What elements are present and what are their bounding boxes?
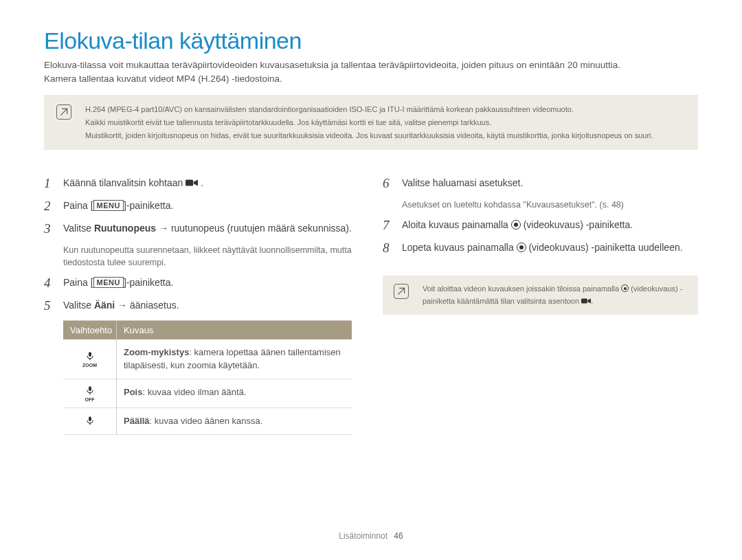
step-3-sub: Kun ruutunopeutta suurennetaan, liikkeet…	[63, 244, 359, 269]
record-button-icon	[517, 243, 526, 252]
svg-rect-3	[89, 386, 91, 391]
step-4: 4 Paina [MENU]-painiketta.	[44, 276, 359, 291]
note-line: H.264 (MPEG-4 part10/AVC) on kansainväli…	[85, 103, 653, 116]
step-8: 8 Lopeta kuvaus painamalla (videokuvaus)…	[383, 240, 698, 256]
note-line: Kaikki muistikortit eivät tue tallennust…	[85, 116, 653, 129]
note-box-right: Voit aloittaa videon kuvauksen joissakin…	[383, 276, 698, 315]
step-5: 5 Valitse Ääni → ääniasetus.	[44, 298, 359, 314]
movie-mode-icon	[581, 298, 591, 304]
svg-rect-1	[89, 352, 91, 357]
step-7: 7 Aloita kuvaus painamalla (videokuvaus)…	[383, 218, 698, 234]
step-1: 1 Käännä tilanvalitsin kohtaan .	[44, 176, 359, 192]
mic-off-icon: OFF	[85, 385, 95, 402]
note-line: Muistikortit, joiden kirjoitusnopeus on …	[85, 129, 653, 142]
table-row: OFF Pois: kuvaa video ilman ääntä.	[63, 379, 352, 408]
page-footer: Lisätoiminnot 46	[0, 531, 742, 541]
menu-button-label: MENU	[93, 200, 124, 211]
intro-text: Elokuva-tilassa voit mukauttaa teräväpii…	[44, 58, 698, 85]
page-title: Elokuva-tilan käyttäminen	[44, 27, 698, 54]
note-box-top: H.264 (MPEG-4 part10/AVC) on kansainväli…	[44, 95, 698, 150]
step-3: 3 Valitse Ruutunopeus → ruutunopeus (ruu…	[44, 221, 359, 237]
options-table: Vaihtoehto Kuvaus ZOOM Zoom-mykistys: ka…	[63, 320, 352, 435]
step-6-sub: Asetukset on lueteltu kohdassa "Kuvausas…	[402, 199, 698, 211]
svg-rect-0	[186, 180, 193, 186]
zoom-mute-icon: ZOOM	[82, 350, 97, 368]
record-button-icon	[511, 220, 521, 229]
record-button-icon	[621, 284, 629, 292]
menu-button-label: MENU	[93, 277, 124, 288]
note-icon	[56, 104, 71, 120]
table-row: ZOOM Zoom-mykistys: kamera lopettaa ääne…	[63, 339, 352, 379]
step-6: 6 Valitse haluamasi asetukset.	[383, 176, 698, 192]
svg-rect-7	[581, 299, 587, 304]
step-2: 2 Paina [MENU]-painiketta.	[44, 199, 359, 214]
table-row: Päällä: kuvaa video äänen kanssa.	[63, 408, 352, 435]
table-header: Vaihtoehto Kuvaus	[63, 321, 352, 339]
svg-rect-5	[89, 416, 91, 421]
mic-icon	[85, 415, 95, 427]
note-icon	[394, 284, 409, 299]
movie-mode-icon	[186, 179, 198, 187]
